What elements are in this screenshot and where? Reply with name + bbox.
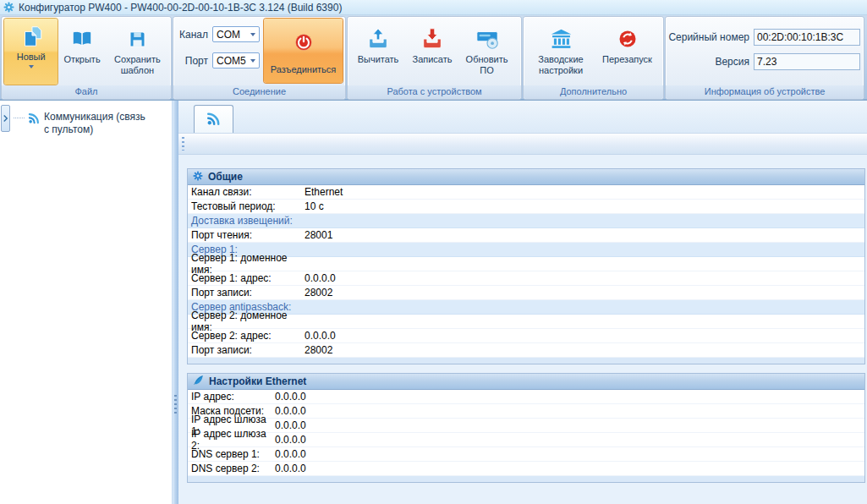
port-label: Порт [176, 55, 208, 67]
new-button[interactable]: Новый [4, 19, 58, 85]
settings-row[interactable]: IP адрес шлюза 2: 0.0.0.0 [188, 433, 864, 447]
settings-row[interactable]: IP адрес: 0.0.0.0 [188, 390, 864, 404]
sidebar-collapse-button[interactable] [1, 105, 10, 132]
settings-row[interactable]: Порт чтения: 28001 [188, 228, 864, 243]
titlebar: Конфигуратор PW400 - PW400-00-2D-00-10-1… [0, 0, 867, 15]
group-caption-extra: Дополнительно [524, 85, 663, 99]
panel-general-rows: Канал связи: Ethernet Тестовый период: 1… [188, 185, 864, 358]
restart-button[interactable]: Перезапуск [595, 19, 659, 85]
setting-value: 28001 [305, 229, 332, 241]
ribbon-toolbar: Новый Открыть [0, 15, 867, 100]
setting-label: Доставка извещений: [191, 215, 293, 227]
settings-row[interactable]: Сервер 2: адрес: 0.0.0.0 [188, 329, 864, 343]
setting-value: Ethernet [305, 186, 343, 198]
disconnect-button[interactable]: Разъединиться [264, 19, 343, 83]
write-device-button[interactable]: Записать [406, 19, 458, 85]
ribbon-group-extra: Заводские настройки Перезапуск [524, 17, 663, 99]
setting-label: Тестовый период: [191, 200, 305, 212]
tab-communication[interactable] [194, 105, 233, 133]
panel-ethernet-rows: IP адрес: 0.0.0.0 Маска подсети: 0.0.0.0… [188, 390, 864, 476]
settings-row[interactable]: Сервер 1: адрес: 0.0.0.0 [188, 271, 864, 286]
settings-row[interactable]: Сервер 2: доменное имя: [188, 315, 864, 329]
disconnect-button-label: Разъединиться [271, 64, 337, 75]
sidebar-splitter[interactable] [172, 101, 178, 504]
setting-value: 0.0.0.0 [275, 391, 306, 403]
tree-item-label: Коммуникация (связь с пультом) [44, 111, 152, 136]
chevron-down-icon [250, 59, 255, 63]
serial-number-label: Серийный номер [668, 31, 749, 43]
open-book-icon [69, 25, 95, 52]
read-device-button[interactable]: Вычитать [350, 19, 406, 85]
version-field[interactable]: 7.23 [754, 53, 860, 70]
channel-label: Канал [176, 29, 208, 41]
panel-general-title: Общие [208, 171, 243, 183]
settings-row[interactable]: Маска подсети: 0.0.0.0 [188, 404, 864, 419]
panel-general: Общие Канал связи: Ethernet Тестовый пер… [188, 169, 864, 364]
setting-value: 0.0.0.0 [275, 448, 306, 460]
power-icon [294, 29, 314, 56]
setting-value: 0.0.0.0 [275, 419, 306, 431]
tree-connector-dots [14, 118, 25, 118]
settings-row[interactable]: Доставка извещений: [188, 214, 864, 228]
chevron-right-icon [3, 114, 8, 123]
serial-number-field[interactable]: 00:2D:00:10:1B:3C [754, 29, 860, 46]
new-dropdown-arrow [29, 65, 34, 68]
update-firmware-label: Обновить ПО [458, 54, 515, 75]
app-window: Конфигуратор PW400 - PW400-00-2D-00-10-1… [0, 0, 867, 504]
ribbon-group-device-info: Серийный номер 00:2D:00:10:1B:3C Версия … [666, 17, 864, 99]
read-device-label: Вычитать [358, 54, 399, 65]
settings-row[interactable]: Канал связи: Ethernet [188, 185, 864, 200]
port-select[interactable]: COM5 [212, 52, 260, 68]
setting-label: Сервер 2: адрес: [191, 330, 305, 342]
settings-scroll-area: Общие Канал связи: Ethernet Тестовый пер… [178, 155, 867, 504]
setting-label: Канал связи: [191, 186, 305, 198]
group-caption-file: Файл [2, 85, 171, 99]
setting-value: 10 с [305, 200, 324, 212]
sidebar: Коммуникация (связь с пультом) [0, 101, 172, 504]
update-firmware-button[interactable]: Обновить ПО [458, 19, 515, 85]
panel-footer [188, 358, 864, 364]
panel-footer [188, 476, 864, 482]
restart-label: Перезапуск [602, 54, 652, 65]
toolbar-grip-icon[interactable] [182, 137, 184, 151]
settings-row[interactable]: DNS сервер 1: 0.0.0.0 [188, 447, 864, 462]
settings-row[interactable]: Тестовый период: 10 с [188, 200, 864, 214]
save-floppy-icon [126, 25, 149, 52]
splitter-grip-icon [174, 395, 177, 414]
setting-label: Порт записи: [191, 287, 305, 299]
main-area: Коммуникация (связь с пультом) [0, 100, 867, 504]
settings-row[interactable]: DNS сервер 2: 0.0.0.0 [188, 462, 864, 476]
firmware-disc-icon [475, 25, 500, 52]
tree-item-communication[interactable]: Коммуникация (связь с пультом) [14, 111, 172, 136]
version-label: Версия [668, 56, 749, 68]
setting-label: DNS сервер 2: [191, 463, 275, 474]
open-button[interactable]: Открыть [58, 19, 106, 85]
panel-ethernet-title: Настройки Ethernet [209, 375, 306, 387]
settings-row[interactable]: Порт записи: 28002 [188, 286, 864, 300]
panel-ethernet-header: Настройки Ethernet [188, 374, 864, 390]
upload-tray-icon [365, 25, 391, 52]
setting-value: 0.0.0.0 [305, 330, 336, 342]
new-button-label: Новый [17, 52, 46, 63]
setting-label: Порт чтения: [191, 229, 305, 241]
gear-icon [193, 171, 203, 184]
group-caption-device: Работа с устройством [348, 85, 521, 99]
new-document-icon [19, 23, 44, 50]
chevron-down-icon [250, 33, 255, 36]
save-template-button[interactable]: Сохранить шаблон [107, 19, 168, 85]
factory-settings-button[interactable]: Заводские настройки [526, 19, 595, 85]
content-area: Общие Канал связи: Ethernet Тестовый пер… [178, 101, 867, 504]
tab-strip [178, 101, 867, 133]
panel-ethernet: Настройки Ethernet IP адрес: 0.0.0.0 Мас… [188, 374, 864, 482]
panel-general-header: Общие [188, 169, 864, 185]
settings-row[interactable]: Сервер 1: доменное имя: [188, 257, 864, 271]
settings-row[interactable]: Порт записи: 28002 [188, 343, 864, 358]
setting-value: 0.0.0.0 [275, 405, 306, 417]
tab-rss-icon [206, 111, 222, 129]
setting-value: 28002 [305, 287, 332, 299]
download-tray-icon [420, 25, 445, 52]
channel-select[interactable]: COM [212, 26, 260, 42]
write-device-label: Записать [412, 54, 452, 65]
communication-rss-icon [28, 112, 41, 127]
settings-row[interactable]: IP адрес шлюза 1: 0.0.0.0 [188, 419, 864, 433]
